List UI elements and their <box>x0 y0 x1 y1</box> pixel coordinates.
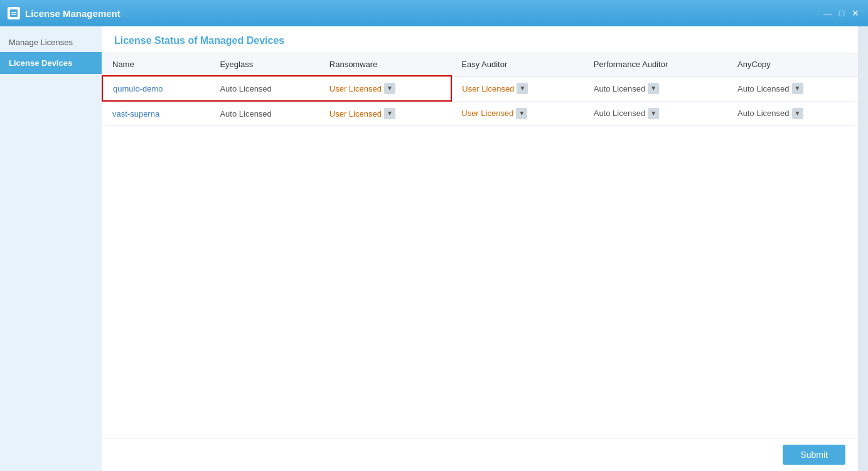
ransomware-dropdown-arrow[interactable]: ▼ <box>384 108 395 119</box>
table-container: Name Eyeglass Ransomware Easy Auditor Pe… <box>102 53 858 438</box>
table-row: qumulo-demoAuto LicensedUser Licensed▼Us… <box>102 76 858 101</box>
page-title: License Status of Managed Devices <box>114 35 284 46</box>
cell-easy-auditor: User Licensed▼ <box>451 76 583 101</box>
col-header-easy-auditor: Easy Auditor <box>451 53 583 76</box>
title-controls: — □ ✕ <box>823 8 860 18</box>
maximize-button[interactable]: □ <box>837 8 847 18</box>
license-table: Name Eyeglass Ransomware Easy Auditor Pe… <box>102 53 858 126</box>
cell-ransomware: User Licensed▼ <box>319 76 451 101</box>
app-icon <box>8 7 20 19</box>
performance-auditor-dropdown-arrow[interactable]: ▼ <box>648 83 659 94</box>
svg-rect-0 <box>10 9 18 17</box>
any-copy-dropdown-arrow[interactable]: ▼ <box>792 108 803 119</box>
main-window: License Management — □ ✕ Manage Licenses… <box>0 0 868 471</box>
cell-eyeglass: Auto Licensed <box>210 76 319 101</box>
col-header-name: Name <box>102 53 210 76</box>
table-header-row: Name Eyeglass Ransomware Easy Auditor Pe… <box>102 53 858 76</box>
cell-name: vast-superna <box>102 101 210 126</box>
sidebar-section-label: Manage Licenses <box>0 26 102 52</box>
submit-button[interactable]: Submit <box>783 445 845 465</box>
easy-auditor-dropdown-arrow[interactable]: ▼ <box>517 83 528 94</box>
device-name-label: vast-superna <box>112 109 159 119</box>
col-header-eyeglass: Eyeglass <box>210 53 319 76</box>
minimize-button[interactable]: — <box>823 8 833 18</box>
svg-rect-2 <box>11 14 16 15</box>
col-header-performance-auditor: Performance Auditor <box>584 53 727 76</box>
any-copy-dropdown-arrow[interactable]: ▼ <box>792 83 803 94</box>
col-header-ransomware: Ransomware <box>319 53 451 76</box>
scrollbar[interactable] <box>858 26 868 471</box>
svg-rect-1 <box>11 12 16 13</box>
close-button[interactable]: ✕ <box>850 8 860 18</box>
cell-performance-auditor: Auto Licensed▼ <box>584 101 727 126</box>
sidebar: Manage Licenses License Devices <box>0 26 102 471</box>
cell-name: qumulo-demo <box>102 76 210 101</box>
content-area: Manage Licenses License Devices License … <box>0 26 868 471</box>
cell-easy-auditor: User Licensed▼ <box>451 101 583 126</box>
window-title: License Management <box>25 8 121 19</box>
main-content: License Status of Managed Devices Name E… <box>102 26 858 471</box>
cell-any-copy: Auto Licensed▼ <box>727 101 858 126</box>
cell-performance-auditor: Auto Licensed▼ <box>584 76 727 101</box>
sidebar-item-license-devices[interactable]: License Devices <box>0 52 102 74</box>
cell-ransomware: User Licensed▼ <box>319 101 451 126</box>
footer: Submit <box>102 438 858 471</box>
title-bar-left: License Management <box>8 7 121 19</box>
performance-auditor-dropdown-arrow[interactable]: ▼ <box>648 108 659 119</box>
cell-any-copy: Auto Licensed▼ <box>727 76 858 101</box>
main-header: License Status of Managed Devices <box>102 26 858 53</box>
ransomware-dropdown-arrow[interactable]: ▼ <box>384 83 395 94</box>
device-name-label: qumulo-demo <box>113 84 163 93</box>
easy-auditor-dropdown-arrow[interactable]: ▼ <box>516 108 527 119</box>
table-row: vast-supernaAuto LicensedUser Licensed▼U… <box>102 101 858 126</box>
cell-eyeglass: Auto Licensed <box>210 101 319 126</box>
col-header-any-copy: AnyCopy <box>727 53 858 76</box>
title-bar: License Management — □ ✕ <box>0 0 868 26</box>
sidebar-item-label: License Devices <box>9 58 72 68</box>
